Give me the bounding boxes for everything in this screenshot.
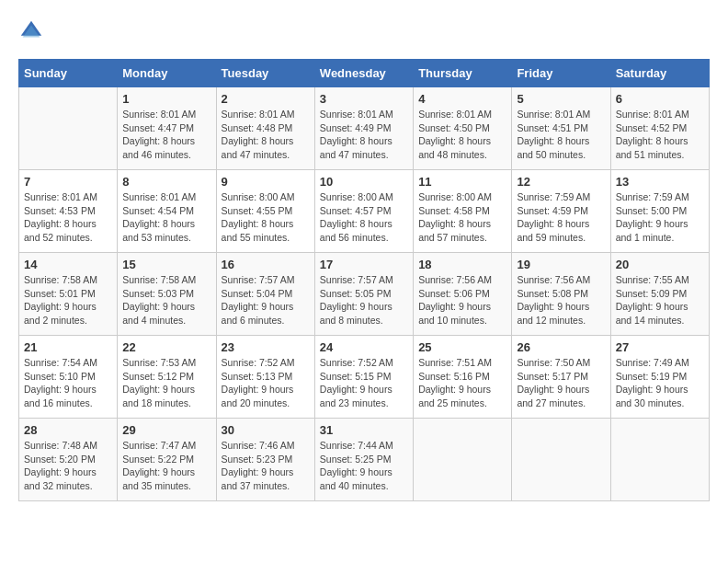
day-content: Sunrise: 7:47 AM Sunset: 5:22 PM Dayligh…	[122, 439, 210, 493]
calendar-table: SundayMondayTuesdayWednesdayThursdayFrid…	[18, 59, 710, 501]
header-row: SundayMondayTuesdayWednesdayThursdayFrid…	[19, 60, 710, 87]
day-cell: 18Sunrise: 7:56 AM Sunset: 5:06 PM Dayli…	[414, 253, 512, 336]
header-cell-tuesday: Tuesday	[216, 60, 314, 87]
day-number: 11	[418, 175, 506, 189]
day-number: 13	[616, 175, 704, 189]
day-cell: 25Sunrise: 7:51 AM Sunset: 5:16 PM Dayli…	[414, 336, 512, 419]
day-number: 30	[222, 423, 310, 437]
header-cell-friday: Friday	[512, 60, 610, 87]
day-content: Sunrise: 7:55 AM Sunset: 5:09 PM Dayligh…	[616, 273, 704, 327]
day-cell: 15Sunrise: 7:58 AM Sunset: 5:03 PM Dayli…	[118, 253, 216, 336]
calendar-header: SundayMondayTuesdayWednesdayThursdayFrid…	[19, 60, 710, 87]
day-cell: 16Sunrise: 7:57 AM Sunset: 5:04 PM Dayli…	[216, 253, 314, 336]
day-cell: 12Sunrise: 7:59 AM Sunset: 4:59 PM Dayli…	[512, 170, 610, 253]
day-cell	[414, 419, 512, 501]
day-content: Sunrise: 7:51 AM Sunset: 5:16 PM Dayligh…	[418, 356, 506, 410]
day-content: Sunrise: 7:50 AM Sunset: 5:17 PM Dayligh…	[517, 356, 605, 410]
day-number: 4	[418, 92, 506, 106]
day-cell: 5Sunrise: 8:01 AM Sunset: 4:51 PM Daylig…	[512, 87, 610, 170]
day-number: 22	[122, 340, 210, 354]
calendar-body: 1Sunrise: 8:01 AM Sunset: 4:47 PM Daylig…	[19, 87, 710, 501]
day-content: Sunrise: 8:01 AM Sunset: 4:47 PM Dayligh…	[122, 108, 210, 162]
header-cell-thursday: Thursday	[414, 60, 512, 87]
day-cell: 17Sunrise: 7:57 AM Sunset: 5:05 PM Dayli…	[314, 253, 413, 336]
day-number: 27	[616, 340, 704, 354]
logo-icon	[18, 18, 44, 44]
day-number: 8	[122, 175, 210, 189]
day-cell: 26Sunrise: 7:50 AM Sunset: 5:17 PM Dayli…	[512, 336, 610, 419]
day-cell: 22Sunrise: 7:53 AM Sunset: 5:12 PM Dayli…	[118, 336, 216, 419]
day-cell	[610, 419, 709, 501]
header-cell-monday: Monday	[118, 60, 216, 87]
day-number: 2	[222, 92, 310, 106]
day-cell: 29Sunrise: 7:47 AM Sunset: 5:22 PM Dayli…	[118, 419, 216, 501]
day-content: Sunrise: 8:00 AM Sunset: 4:57 PM Dayligh…	[320, 190, 408, 245]
day-content: Sunrise: 7:48 AM Sunset: 5:20 PM Dayligh…	[24, 439, 112, 493]
day-number: 7	[24, 175, 112, 189]
header-cell-sunday: Sunday	[19, 60, 118, 87]
day-number: 15	[122, 258, 210, 271]
day-cell: 20Sunrise: 7:55 AM Sunset: 5:09 PM Dayli…	[610, 253, 709, 336]
day-content: Sunrise: 7:57 AM Sunset: 5:04 PM Dayligh…	[222, 273, 310, 327]
day-number: 16	[222, 258, 310, 271]
day-cell: 6Sunrise: 8:01 AM Sunset: 4:52 PM Daylig…	[610, 87, 709, 170]
week-row-2: 7Sunrise: 8:01 AM Sunset: 4:53 PM Daylig…	[19, 170, 710, 253]
day-cell: 28Sunrise: 7:48 AM Sunset: 5:20 PM Dayli…	[19, 419, 118, 501]
week-row-5: 28Sunrise: 7:48 AM Sunset: 5:20 PM Dayli…	[19, 419, 710, 501]
day-number: 17	[320, 258, 408, 271]
day-cell: 24Sunrise: 7:52 AM Sunset: 5:15 PM Dayli…	[314, 336, 413, 419]
day-content: Sunrise: 7:52 AM Sunset: 5:15 PM Dayligh…	[320, 356, 408, 410]
day-content: Sunrise: 7:49 AM Sunset: 5:19 PM Dayligh…	[616, 356, 704, 410]
day-content: Sunrise: 8:00 AM Sunset: 4:58 PM Dayligh…	[418, 190, 506, 245]
day-cell	[512, 419, 610, 501]
week-row-3: 14Sunrise: 7:58 AM Sunset: 5:01 PM Dayli…	[19, 253, 710, 336]
day-cell: 27Sunrise: 7:49 AM Sunset: 5:19 PM Dayli…	[610, 336, 709, 419]
page-header	[18, 18, 710, 44]
day-number: 12	[517, 175, 605, 189]
day-cell: 11Sunrise: 8:00 AM Sunset: 4:58 PM Dayli…	[414, 170, 512, 253]
logo	[18, 18, 48, 44]
day-content: Sunrise: 7:58 AM Sunset: 5:03 PM Dayligh…	[122, 273, 210, 327]
day-cell: 31Sunrise: 7:44 AM Sunset: 5:25 PM Dayli…	[314, 419, 413, 501]
day-number: 29	[122, 423, 210, 437]
day-content: Sunrise: 7:56 AM Sunset: 5:08 PM Dayligh…	[517, 273, 605, 327]
day-content: Sunrise: 8:01 AM Sunset: 4:52 PM Dayligh…	[616, 108, 704, 162]
day-content: Sunrise: 8:01 AM Sunset: 4:48 PM Dayligh…	[222, 108, 310, 162]
day-content: Sunrise: 8:01 AM Sunset: 4:51 PM Dayligh…	[517, 108, 605, 162]
day-cell	[19, 87, 118, 170]
day-number: 25	[418, 340, 506, 354]
day-content: Sunrise: 8:01 AM Sunset: 4:49 PM Dayligh…	[320, 108, 408, 162]
day-number: 19	[517, 258, 605, 271]
day-content: Sunrise: 8:00 AM Sunset: 4:55 PM Dayligh…	[222, 190, 310, 245]
day-content: Sunrise: 7:46 AM Sunset: 5:23 PM Dayligh…	[222, 439, 310, 493]
day-cell: 13Sunrise: 7:59 AM Sunset: 5:00 PM Dayli…	[610, 170, 709, 253]
day-content: Sunrise: 7:44 AM Sunset: 5:25 PM Dayligh…	[320, 439, 408, 493]
day-cell: 9Sunrise: 8:00 AM Sunset: 4:55 PM Daylig…	[216, 170, 314, 253]
day-content: Sunrise: 8:01 AM Sunset: 4:50 PM Dayligh…	[418, 108, 506, 162]
day-number: 31	[320, 423, 408, 437]
day-content: Sunrise: 7:59 AM Sunset: 5:00 PM Dayligh…	[616, 190, 704, 245]
header-cell-saturday: Saturday	[610, 60, 709, 87]
day-cell: 8Sunrise: 8:01 AM Sunset: 4:54 PM Daylig…	[118, 170, 216, 253]
day-cell: 2Sunrise: 8:01 AM Sunset: 4:48 PM Daylig…	[216, 87, 314, 170]
header-cell-wednesday: Wednesday	[314, 60, 413, 87]
day-number: 1	[122, 92, 210, 106]
day-content: Sunrise: 8:01 AM Sunset: 4:53 PM Dayligh…	[24, 190, 112, 245]
day-number: 6	[616, 92, 704, 106]
day-cell: 4Sunrise: 8:01 AM Sunset: 4:50 PM Daylig…	[414, 87, 512, 170]
day-number: 14	[24, 258, 112, 271]
day-content: Sunrise: 8:01 AM Sunset: 4:54 PM Dayligh…	[122, 190, 210, 245]
day-number: 28	[24, 423, 112, 437]
day-content: Sunrise: 7:56 AM Sunset: 5:06 PM Dayligh…	[418, 273, 506, 327]
day-number: 21	[24, 340, 112, 354]
day-content: Sunrise: 7:52 AM Sunset: 5:13 PM Dayligh…	[222, 356, 310, 410]
day-content: Sunrise: 7:58 AM Sunset: 5:01 PM Dayligh…	[24, 273, 112, 327]
day-cell: 3Sunrise: 8:01 AM Sunset: 4:49 PM Daylig…	[314, 87, 413, 170]
day-number: 26	[517, 340, 605, 354]
day-number: 3	[320, 92, 408, 106]
day-cell: 14Sunrise: 7:58 AM Sunset: 5:01 PM Dayli…	[19, 253, 118, 336]
day-number: 23	[222, 340, 310, 354]
day-content: Sunrise: 7:53 AM Sunset: 5:12 PM Dayligh…	[122, 356, 210, 410]
week-row-4: 21Sunrise: 7:54 AM Sunset: 5:10 PM Dayli…	[19, 336, 710, 419]
day-cell: 10Sunrise: 8:00 AM Sunset: 4:57 PM Dayli…	[314, 170, 413, 253]
